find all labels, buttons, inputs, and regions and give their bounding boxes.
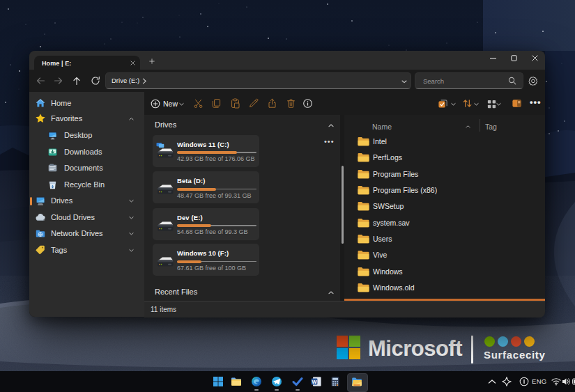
svg-text:W: W: [312, 379, 317, 385]
